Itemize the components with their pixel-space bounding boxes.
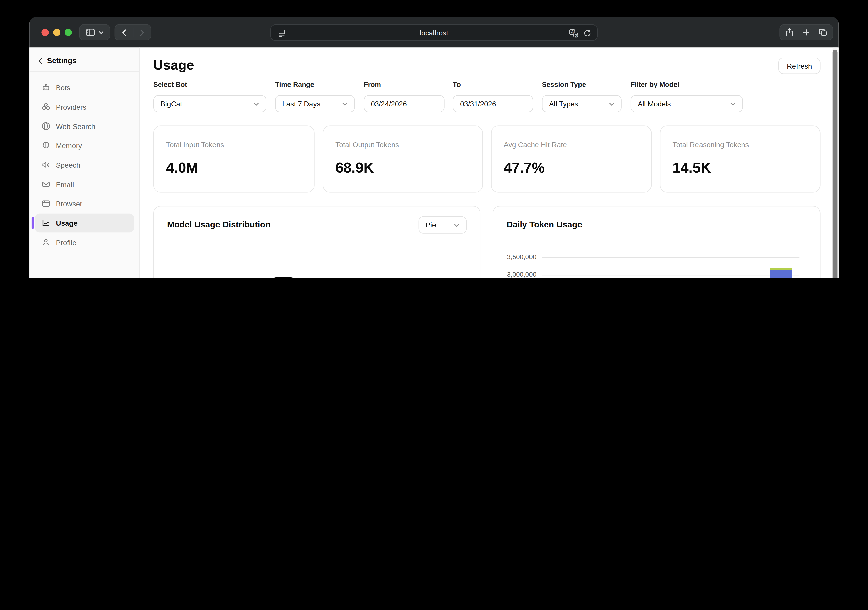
session-type-label: Session Type [542,81,586,88]
sidebar-nav: Bots Providers Web Search Memory Speech [29,72,140,258]
chevron-down-icon [454,223,459,226]
y-tick-label: 3,500,000 [492,253,536,260]
sidebar-item-label: Browser [56,200,82,208]
y-tick-label: 3,000,000 [492,270,536,278]
sidebar-title: Settings [47,57,76,65]
chart-type-value: Pie [426,221,436,229]
settings-sidebar: Settings Bots Providers Web Search Memo [29,48,140,279]
from-date-input[interactable]: 03/24/2026 [364,95,445,112]
sidebar-item-providers[interactable]: Providers [35,98,134,116]
chart-line-icon [42,219,50,228]
traffic-light-zoom[interactable] [65,29,72,36]
gridline [542,275,799,275]
address-bar[interactable]: localhost A文 [270,24,598,41]
select-bot-label: Select Bot [153,81,187,88]
sidebar-item-label: Memory [56,141,82,150]
pie-slice [273,278,284,279]
from-date-value: 03/24/2026 [371,99,407,108]
nav-divider [133,28,133,37]
sidebar-item-bots[interactable]: Bots [35,78,134,97]
traffic-light-minimize[interactable] [53,29,60,36]
sidebar-toggle-button[interactable] [79,24,110,40]
sidebar-item-browser[interactable]: Browser [35,194,134,213]
sidebar-item-profile[interactable]: Profile [35,233,134,252]
share-icon[interactable] [785,28,794,37]
stat-card-output-tokens: Total Output Tokens 68.9K [323,125,483,192]
sidebar-item-email[interactable]: Email [35,175,134,194]
session-type-value: All Types [549,99,578,108]
stat-label: Total Reasoning Tokens [673,141,749,149]
select-bot-value: BigCat [160,99,182,108]
session-type-dropdown[interactable]: All Types [542,95,622,112]
translate-icon[interactable]: A文 [569,29,578,38]
sidebar-header[interactable]: Settings [29,48,140,72]
sidebar-item-usage[interactable]: Usage [35,214,134,232]
globe-icon [42,122,50,130]
chevron-left-icon [38,57,43,64]
browser-window-icon [42,199,50,208]
filter-model-label: Filter by Model [631,81,679,88]
sidebar-item-label: Web Search [56,122,95,130]
back-button[interactable] [121,28,127,36]
traffic-light-close[interactable] [42,29,48,36]
browser-window: localhost A文 Settings Bots [29,17,839,279]
panel-title: Daily Token Usage [507,220,582,229]
scrollbar-thumb[interactable] [832,50,838,279]
to-date-input[interactable]: 03/31/2026 [453,95,533,112]
panel-title: Model Usage Distribution [167,220,271,229]
time-range-dropdown[interactable]: Last 7 Days [275,95,355,112]
reader-icon[interactable] [277,29,286,38]
browser-toolbar: localhost A文 [29,17,839,48]
stat-value: 47.7% [504,159,545,176]
to-date-value: 03/31/2026 [460,99,496,108]
new-tab-icon[interactable] [803,29,810,36]
refresh-button[interactable]: Refresh [778,57,820,74]
stat-card-input-tokens: Total Input Tokens 4.0M [153,125,315,192]
nav-buttons [115,24,151,40]
person-icon [42,238,50,247]
gridline [542,257,799,258]
stat-value: 14.5K [673,159,711,176]
page-title: Usage [153,57,194,73]
url-text: localhost [420,28,448,37]
chart-type-dropdown[interactable]: Pie [418,217,467,234]
donut-chart [228,273,339,279]
sidebar-item-label: Providers [56,102,86,111]
sidebar-item-label: Email [56,180,74,188]
from-label: From [364,81,381,88]
stat-value: 4.0M [166,159,198,176]
sidebar-icon [86,28,95,37]
window-actions [779,24,833,40]
sidebar-item-label: Usage [56,219,78,227]
sidebar-item-speech[interactable]: Speech [35,156,134,175]
sidebar-item-label: Profile [56,238,76,246]
time-range-label: Time Range [275,81,314,88]
tab-overview-icon[interactable] [819,28,827,37]
daily-token-usage-card: Daily Token Usage 3,500,0003,000,0002,50… [493,206,820,279]
sidebar-item-web-search[interactable]: Web Search [35,117,134,136]
screen: localhost A文 Settings Bots [0,0,868,279]
bar [770,268,792,270]
sidebar-item-memory[interactable]: Memory [35,136,134,155]
forward-button[interactable] [139,28,144,36]
envelope-icon [42,180,50,189]
reload-icon[interactable] [583,29,592,38]
bar [770,270,792,279]
model-usage-card: Model Usage Distribution Pie GPT-5.2 Cod… [153,206,480,279]
filter-model-dropdown[interactable]: All Models [631,95,743,112]
stat-card-reasoning-tokens: Total Reasoning Tokens 14.5K [660,125,820,192]
select-bot-dropdown[interactable]: BigCat [153,95,266,112]
chevron-down-icon [342,102,347,105]
chevron-down-icon [254,102,259,105]
to-label: To [453,81,460,88]
filter-model-value: All Models [638,99,671,108]
stat-value: 68.9K [335,159,374,176]
stat-card-cache-hit: Avg Cache Hit Rate 47.7% [491,125,651,192]
stat-label: Total Input Tokens [166,141,224,149]
usage-page: Usage Refresh Select Bot Time Range From… [140,48,839,279]
chevron-down-icon [609,102,614,105]
svg-text:文: 文 [575,33,578,37]
sidebar-item-label: Bots [56,83,70,92]
cubes-icon [42,102,50,111]
sidebar-item-label: Speech [56,161,80,169]
